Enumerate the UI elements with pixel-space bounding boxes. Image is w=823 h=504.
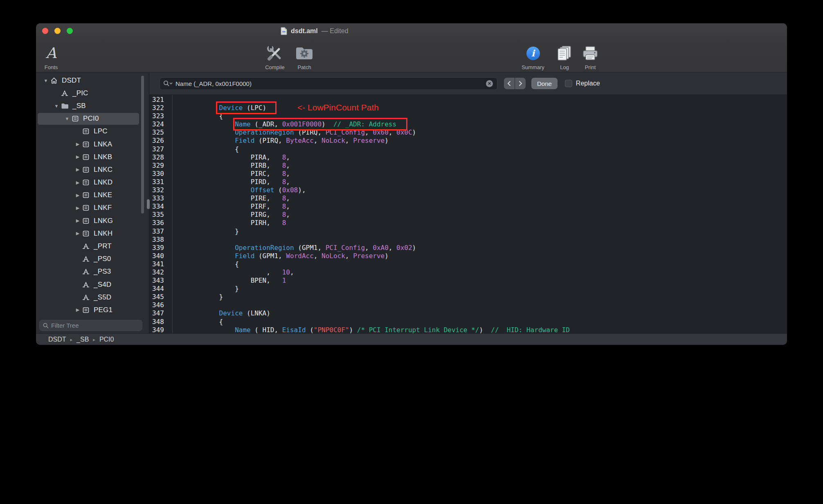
breadcrumb-separator-icon: ▸ — [70, 336, 73, 342]
code-line: 329 PIRB, 8, — [149, 162, 787, 170]
code-text: PIRA, 8, — [168, 153, 290, 162]
method-icon — [82, 255, 90, 263]
code-line: 333 PIRE, 8, — [149, 194, 787, 202]
breadcrumb-item-pci0[interactable]: PCI0 — [99, 336, 114, 343]
find-previous-button[interactable] — [504, 78, 515, 89]
line-number: 325 — [149, 128, 168, 137]
code-line: 339 OperationRegion (GPM1, PCI_Config, 0… — [149, 244, 787, 252]
compile-tools-icon — [265, 43, 284, 63]
code-text: PIRH, 8 — [168, 219, 286, 227]
find-bar: ✕ Done Re — [149, 72, 787, 95]
breadcrumb-item-sb[interactable]: _SB — [76, 336, 89, 343]
line-number: 322 — [149, 104, 168, 112]
sidebar-item-pic[interactable]: _PIC — [36, 87, 149, 99]
code-line: 342 , 10, — [149, 268, 787, 277]
sidebar-item-pci0[interactable]: ▼PCI0 — [36, 112, 149, 125]
sidebar-item-label: LPC — [94, 127, 108, 135]
clear-search-icon[interactable]: ✕ — [486, 80, 493, 87]
document-proxy-icon — [281, 27, 287, 35]
device-icon — [82, 153, 90, 161]
disclosure-triangle-icon[interactable]: ▶ — [74, 167, 82, 172]
done-button[interactable]: Done — [531, 78, 558, 89]
sidebar-item-lnkf[interactable]: ▶LNKF — [36, 202, 149, 214]
sidebar-item-lnkg[interactable]: ▶LNKG — [36, 214, 149, 227]
sidebar-item-s4d[interactable]: _S4D — [36, 278, 149, 291]
sidebar-item-ps0[interactable]: _PS0 — [36, 253, 149, 266]
find-next-button[interactable] — [515, 78, 526, 89]
patch-label: Patch — [297, 64, 311, 70]
sidebar-item-label: LNKH — [94, 230, 112, 238]
code-text: PIRF, 8, — [168, 202, 290, 211]
filter-field[interactable] — [39, 320, 142, 331]
disclosure-triangle-icon[interactable]: ▼ — [42, 78, 50, 83]
sidebar-item-lnkd[interactable]: ▶LNKD — [36, 176, 149, 189]
sidebar-item-label: PCI0 — [83, 115, 99, 123]
disclosure-triangle-icon[interactable]: ▶ — [74, 142, 82, 147]
disclosure-triangle-icon[interactable]: ▶ — [74, 205, 82, 211]
code-line: 332 Offset (0x08), — [149, 186, 787, 194]
find-navigation — [504, 78, 526, 89]
code-line: 348 { — [149, 318, 787, 326]
disclosure-triangle-icon[interactable]: ▶ — [74, 218, 82, 223]
sidebar-item-lnkh[interactable]: ▶LNKH — [36, 227, 149, 240]
breadcrumb-item-dsdt[interactable]: DSDT — [48, 336, 66, 343]
fonts-icon: A — [46, 46, 56, 61]
code-text: } — [168, 285, 239, 293]
disclosure-triangle-icon[interactable]: ▼ — [52, 104, 61, 108]
patch-button[interactable]: Patch — [287, 41, 322, 70]
method-icon — [82, 281, 90, 289]
line-number: 346 — [149, 301, 168, 309]
sidebar-item-label: LNKC — [94, 166, 112, 174]
sidebar-item-label: PEG1 — [94, 306, 112, 314]
code-text: PIRE, 8, — [168, 194, 290, 202]
annotation-box-device-lpc — [216, 101, 277, 114]
replace-checkbox[interactable] — [565, 80, 572, 87]
code-text: { — [168, 318, 223, 326]
sidebar-item-s5d[interactable]: _S5D — [36, 291, 149, 304]
sidebar-item-peg1[interactable]: ▶PEG1 — [36, 304, 149, 316]
sidebar-scrollbar[interactable] — [141, 76, 144, 214]
code-text: Offset (0x08), — [168, 186, 306, 194]
code-line: 327 { — [149, 145, 787, 153]
print-button[interactable]: Print — [573, 41, 607, 70]
split-divider-handle[interactable] — [147, 199, 150, 209]
disclosure-triangle-icon[interactable]: ▶ — [74, 193, 82, 198]
line-number: 335 — [149, 211, 168, 219]
disclosure-triangle-icon[interactable]: ▶ — [74, 307, 82, 313]
fonts-button[interactable]: A Fonts — [36, 41, 68, 70]
sidebar-item-label: _S4D — [94, 281, 111, 289]
device-icon — [82, 306, 90, 314]
search-input[interactable] — [175, 80, 483, 87]
device-icon — [82, 166, 90, 174]
code-line: 336 PIRH, 8 — [149, 219, 787, 227]
sidebar-item-lpc[interactable]: LPC — [36, 125, 149, 138]
summary-button[interactable]: i Summary — [516, 41, 550, 70]
code-text: OperationRegion (GPM1, PCI_Config, 0xA0,… — [168, 244, 416, 252]
disclosure-triangle-icon[interactable]: ▶ — [74, 154, 82, 160]
filter-input[interactable] — [51, 322, 139, 329]
line-number: 324 — [149, 120, 168, 128]
sidebar-item-label: DSDT — [62, 76, 81, 85]
code-line: 334 PIRF, 8, — [149, 202, 787, 211]
line-number: 338 — [149, 236, 168, 244]
sidebar-item-sb[interactable]: ▼_SB — [36, 99, 149, 112]
code-line: 328 PIRA, 8, — [149, 153, 787, 162]
code-editor[interactable]: 321322 Device (LPC)323 {324 Name (_ADR, … — [149, 95, 787, 333]
code-text: PIRB, 8, — [168, 162, 290, 170]
disclosure-triangle-icon[interactable]: ▶ — [74, 180, 82, 185]
search-field[interactable]: ✕ — [160, 77, 497, 90]
toolbar: A Fonts Compile — [36, 39, 787, 72]
sidebar-item-prt[interactable]: _PRT — [36, 240, 149, 252]
sidebar-item-lnke[interactable]: ▶LNKE — [36, 189, 149, 202]
window-edited-state: — Edited — [322, 27, 349, 35]
disclosure-triangle-icon[interactable]: ▼ — [63, 116, 71, 121]
disclosure-triangle-icon[interactable]: ▶ — [74, 231, 82, 236]
sidebar-item-lnkb[interactable]: ▶LNKB — [36, 151, 149, 163]
code-line: 340 Field (GPM1, WordAcc, NoLock, Preser… — [149, 252, 787, 260]
sidebar-item-lnkc[interactable]: ▶LNKC — [36, 163, 149, 176]
sidebar-item-lnka[interactable]: ▶LNKA — [36, 138, 149, 151]
sidebar-item-ps3[interactable]: _PS3 — [36, 266, 149, 278]
sidebar-item-dsdt[interactable]: ▼DSDT — [36, 74, 149, 87]
home-icon — [50, 76, 58, 85]
code-line: 349 Name (_HID, EisaId ("PNP0C0F") /* PC… — [149, 326, 787, 333]
